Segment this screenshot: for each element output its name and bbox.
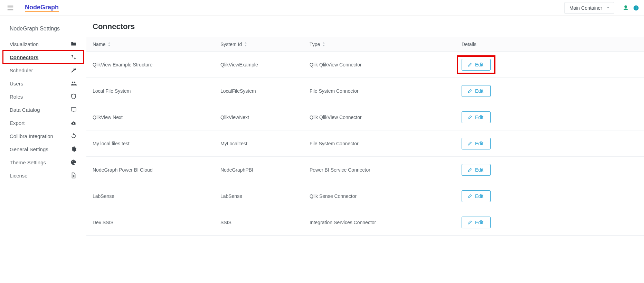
brand-logo[interactable]: NodeGraph <box>19 0 65 16</box>
edit-button[interactable]: Edit <box>462 190 491 202</box>
edit-icon <box>467 220 472 225</box>
svg-rect-7 <box>73 111 75 112</box>
cell-name: NodeGraph Power BI Cloud <box>93 167 220 173</box>
cell-details: Edit <box>462 138 638 149</box>
table-row: QlikView Example StructureQlikViewExampl… <box>86 52 644 78</box>
sidebar-item-collibra-integration[interactable]: Collibra Integration <box>0 129 86 143</box>
edit-icon <box>467 141 472 146</box>
svg-rect-1 <box>8 8 13 8</box>
edit-button[interactable]: Edit <box>462 217 491 228</box>
col-header-details: Details <box>462 42 638 47</box>
hamburger-menu-button[interactable] <box>4 2 17 14</box>
edit-button[interactable]: Edit <box>462 138 491 149</box>
cell-details: Edit <box>462 111 638 123</box>
cell-type: Qlik QlikView Connector <box>310 115 462 120</box>
svg-rect-0 <box>8 6 13 6</box>
sidebar: NodeGraph Settings VisualizationConnecto… <box>0 16 86 283</box>
svg-rect-4 <box>636 7 636 9</box>
sidebar-item-license[interactable]: License <box>0 169 86 182</box>
svg-rect-5 <box>636 6 636 7</box>
cell-name: My local files test <box>93 141 220 146</box>
info-icon <box>633 5 639 11</box>
cell-system-id: SSIS <box>220 220 310 225</box>
svg-point-9 <box>73 161 74 161</box>
gear-icon <box>70 146 77 152</box>
cloud-download-icon <box>70 120 77 126</box>
col-header-name[interactable]: Name <box>93 42 220 47</box>
col-header-system[interactable]: System Id <box>220 42 310 47</box>
cell-name: Dev SSIS <box>93 220 220 225</box>
sidebar-item-label: Visualization <box>10 41 39 47</box>
wrench-icon <box>70 67 77 73</box>
col-header-details-label: Details <box>462 42 476 47</box>
svg-point-10 <box>74 161 75 161</box>
edit-icon <box>467 167 472 172</box>
edit-button-label: Edit <box>475 88 483 94</box>
svg-rect-2 <box>8 9 13 10</box>
cell-system-id: MyLocalTest <box>220 141 310 146</box>
cell-details: Edit <box>462 190 638 202</box>
sort-icon <box>322 42 325 46</box>
sidebar-item-visualization[interactable]: Visualization <box>0 37 86 51</box>
edit-icon <box>467 194 472 199</box>
edit-button[interactable]: Edit <box>462 85 491 97</box>
col-header-system-label: System Id <box>220 42 242 47</box>
sidebar-item-label: General Settings <box>10 146 48 152</box>
sidebar-item-label: License <box>10 173 28 179</box>
edit-button-label: Edit <box>475 167 483 173</box>
cell-system-id: LabSense <box>220 193 310 199</box>
user-profile-button[interactable] <box>622 4 629 12</box>
sidebar-item-label: Connectors <box>10 54 38 60</box>
svg-point-11 <box>75 162 75 162</box>
sort-icon <box>107 42 111 46</box>
svg-rect-6 <box>71 108 76 111</box>
cell-name: QlikView Example Structure <box>93 62 220 67</box>
container-select-label: Main Container <box>569 5 602 11</box>
edit-button-label: Edit <box>475 220 483 225</box>
edit-button[interactable]: Edit <box>462 59 491 71</box>
shield-icon <box>70 93 77 100</box>
sidebar-item-data-catalog[interactable]: Data Catalog <box>0 103 86 116</box>
table-row: Local File SystemLocalFileSystemFile Sys… <box>86 78 644 104</box>
sidebar-item-roles[interactable]: Roles <box>0 90 86 103</box>
sidebar-item-users[interactable]: Users <box>0 77 86 90</box>
edit-button-label: Edit <box>475 141 483 146</box>
sidebar-item-theme-settings[interactable]: Theme Settings <box>0 156 86 169</box>
info-button[interactable] <box>632 4 640 12</box>
sidebar-item-export[interactable]: Export <box>0 116 86 129</box>
edit-icon <box>467 89 472 93</box>
edit-button[interactable]: Edit <box>462 111 491 123</box>
sidebar-item-connectors[interactable]: Connectors <box>3 51 84 64</box>
hamburger-icon <box>7 4 14 12</box>
table-row: My local files testMyLocalTestFile Syste… <box>86 130 644 157</box>
cell-type: File System Connector <box>310 141 462 146</box>
sidebar-item-label: Export <box>10 120 25 126</box>
cell-details: Edit <box>462 217 638 228</box>
cell-system-id: NodeGraphPBI <box>220 167 310 173</box>
col-header-type[interactable]: Type <box>310 42 462 47</box>
table-header: Name System Id Type Details <box>86 37 644 52</box>
cell-type: Power BI Service Connector <box>310 167 462 173</box>
sidebar-item-general-settings[interactable]: General Settings <box>0 143 86 156</box>
svg-point-8 <box>72 162 73 162</box>
cell-type: File System Connector <box>310 88 462 94</box>
sidebar-title: NodeGraph Settings <box>0 24 86 37</box>
sidebar-item-label: Users <box>10 81 23 86</box>
table-row: LabSenseLabSenseQlik Sense ConnectorEdit <box>86 183 644 209</box>
sidebar-item-label: Data Catalog <box>10 107 40 113</box>
sidebar-item-label: Scheduler <box>10 67 33 73</box>
cell-name: LabSense <box>93 193 220 199</box>
palette-icon <box>70 159 77 165</box>
cell-system-id: QlikViewExample <box>220 62 310 67</box>
sidebar-item-scheduler[interactable]: Scheduler <box>0 64 86 77</box>
sync-icon <box>70 133 77 139</box>
cell-name: QlikView Next <box>93 115 220 120</box>
chevron-down-icon <box>606 5 610 11</box>
table-row: Dev SSISSSISIntegration Services Connect… <box>86 209 644 236</box>
user-icon <box>623 5 629 11</box>
edit-button[interactable]: Edit <box>462 164 491 176</box>
document-icon <box>70 172 77 179</box>
container-select[interactable]: Main Container <box>564 2 614 14</box>
table-row: NodeGraph Power BI CloudNodeGraphPBIPowe… <box>86 157 644 183</box>
edit-button-label: Edit <box>475 193 483 199</box>
